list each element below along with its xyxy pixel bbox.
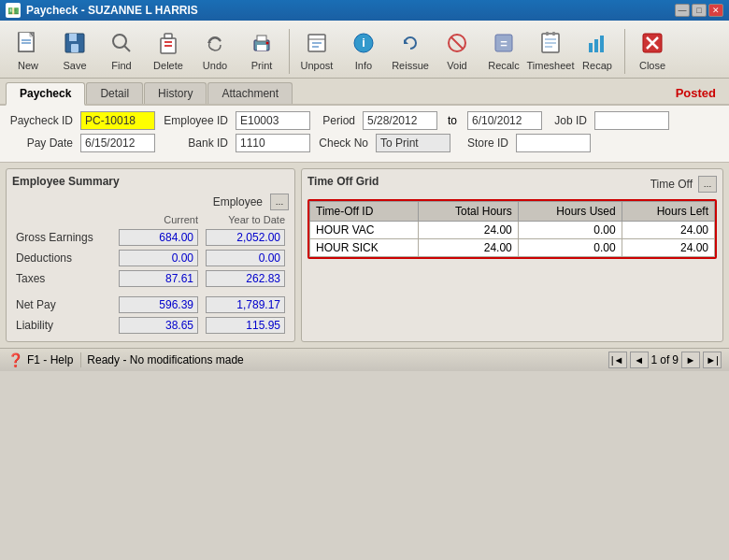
time-off-table: Time-Off ID Total Hours Hours Used Hours… (309, 201, 715, 257)
period-from-input[interactable] (363, 111, 437, 130)
toolbar-new-button[interactable]: New (6, 25, 50, 74)
nav-page-current: 1 (651, 353, 658, 366)
toolbar-recap-button[interactable]: Recap (575, 25, 620, 74)
job-id-label: Job ID (550, 114, 587, 127)
toolbar-unpost-button[interactable]: Unpost (294, 25, 339, 74)
toolbar-delete-button[interactable]: Delete (146, 25, 191, 74)
summary-row: Net Pay (12, 294, 289, 315)
toolbar-timesheet-button[interactable]: Timesheet (528, 25, 573, 74)
timeoff-used: 0.00 (518, 239, 622, 257)
main-content: Employee Summary Employee … Current Year… (0, 163, 729, 348)
timeoff-left: 24.00 (622, 222, 714, 239)
nav-page-separator: of (660, 353, 669, 366)
col-time-off-id: Time-Off ID (310, 202, 419, 222)
employee-summary-title: Employee Summary (12, 175, 289, 188)
close-window-button[interactable]: ✕ (708, 4, 723, 17)
help-icon: ❓ (7, 352, 23, 367)
svg-rect-13 (164, 34, 172, 38)
time-off-grid-panel: Time Off Grid Time Off … Time-Off ID Tot… (301, 168, 723, 342)
summary-row-ytd (202, 294, 289, 315)
summary-row-ytd (202, 315, 289, 336)
new-label: New (18, 60, 38, 71)
summary-row: Liability (12, 315, 289, 336)
find-icon (107, 28, 136, 58)
time-off-grid-header: Time Off Grid Time Off … (307, 175, 717, 194)
status-text: Ready - No modifications made (87, 353, 602, 366)
summary-row-label: Net Pay (12, 294, 115, 315)
time-off-options-button[interactable]: … (698, 176, 717, 193)
undo-icon (200, 28, 230, 58)
employee-summary-panel: Employee Summary Employee … Current Year… (6, 168, 295, 342)
app-icon: 💵 (6, 3, 21, 18)
toolbar-recalc-button[interactable]: = Recalc (481, 25, 526, 74)
nav-next-button[interactable]: ► (681, 352, 700, 368)
col-hours-used: Hours Used (518, 202, 622, 222)
summary-row-label: Liability (12, 315, 115, 336)
timeoff-left: 24.00 (622, 239, 714, 257)
summary-row-current (115, 294, 202, 315)
nav-first-button[interactable]: |◄ (608, 352, 627, 368)
toolbar-reissue-button[interactable]: Reissue (388, 25, 433, 74)
svg-rect-6 (69, 34, 77, 41)
tab-detail[interactable]: Detail (86, 82, 143, 104)
job-id-input[interactable] (594, 111, 669, 130)
toolbar-info-button[interactable]: i Info (341, 25, 386, 74)
toolbar-find-button[interactable]: Find (99, 25, 144, 74)
svg-rect-33 (546, 32, 549, 36)
undo-label: Undo (203, 60, 227, 71)
svg-rect-15 (257, 45, 266, 50)
status-bar: ❓ F1 - Help Ready - No modifications mad… (0, 348, 729, 371)
recalc-label: Recalc (488, 60, 520, 71)
timeoff-total: 24.00 (418, 222, 518, 239)
svg-line-9 (124, 46, 130, 51)
timesheet-label: Timesheet (527, 60, 575, 71)
title-bar-title: 💵 Paycheck - SUZANNE L HARRIS (6, 3, 198, 18)
form-area: Paycheck ID Employee ID Period to Job ID… (0, 106, 729, 163)
toolbar-void-button[interactable]: Void (435, 25, 479, 74)
period-to-input[interactable] (467, 111, 542, 130)
save-label: Save (63, 60, 86, 71)
toolbar-undo-button[interactable]: Undo (193, 25, 237, 74)
summary-row-current (115, 227, 202, 248)
print-icon (247, 28, 277, 58)
summary-row-label: Gross Earnings (12, 227, 115, 248)
new-icon (13, 28, 43, 58)
posted-label: Posted (676, 86, 723, 100)
employee-col-label: Employee (213, 195, 263, 208)
nav-prev-button[interactable]: ◄ (630, 352, 649, 368)
summary-row-ytd (202, 268, 289, 289)
check-no-input[interactable] (376, 134, 450, 152)
time-off-row: HOUR VAC 24.00 0.00 24.00 (310, 222, 715, 239)
save-icon (60, 28, 90, 58)
paycheck-id-label: Paycheck ID (7, 114, 73, 127)
minimize-button[interactable]: — (675, 4, 690, 17)
toolbar-save-button[interactable]: Save (52, 25, 97, 74)
time-off-label: Time Off (650, 178, 693, 191)
paycheck-id-input[interactable] (80, 111, 155, 130)
nav-last-button[interactable]: ►| (703, 352, 722, 368)
bank-id-input[interactable] (236, 134, 310, 152)
time-off-grid-title: Time Off Grid (307, 175, 379, 188)
tab-history[interactable]: History (144, 82, 207, 104)
employee-id-input[interactable] (236, 111, 310, 130)
pay-date-input[interactable] (80, 134, 155, 152)
svg-text:=: = (500, 36, 507, 50)
col-total-hours: Total Hours (418, 202, 518, 222)
unpost-icon (302, 28, 332, 58)
toolbar-print-button[interactable]: Print (239, 25, 284, 74)
delete-label: Delete (153, 60, 183, 71)
toolbar-close-button[interactable]: Close (630, 25, 675, 74)
col-current: Current (115, 212, 202, 227)
svg-point-17 (266, 42, 269, 45)
col-hours-left: Hours Left (622, 202, 714, 222)
employee-options-button[interactable]: … (270, 194, 289, 210)
title-bar-controls: — □ ✕ (675, 4, 723, 17)
maximize-button[interactable]: □ (692, 4, 707, 17)
tab-paycheck[interactable]: Paycheck (6, 82, 85, 106)
store-id-input[interactable] (516, 134, 591, 152)
tab-attachment[interactable]: Attachment (207, 82, 293, 104)
form-row-2: Pay Date Bank ID Check No Store ID (7, 134, 722, 152)
summary-row-current (115, 315, 202, 336)
info-icon: i (349, 28, 379, 58)
svg-point-8 (113, 35, 126, 48)
